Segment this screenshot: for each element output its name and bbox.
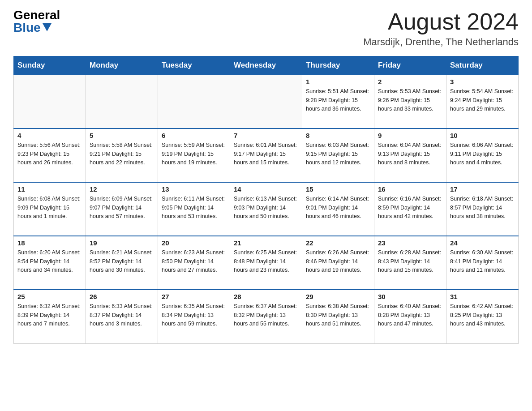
day-info: Sunrise: 6:21 AM Sunset: 8:52 PM Dayligh… bbox=[90, 248, 154, 274]
calendar-cell: 25Sunrise: 6:32 AM Sunset: 8:39 PM Dayli… bbox=[14, 290, 86, 343]
day-info: Sunrise: 6:18 AM Sunset: 8:57 PM Dayligh… bbox=[450, 195, 515, 221]
day-number: 3 bbox=[450, 78, 515, 86]
day-number: 1 bbox=[306, 78, 370, 86]
day-info: Sunrise: 6:25 AM Sunset: 8:48 PM Dayligh… bbox=[234, 248, 298, 274]
day-info: Sunrise: 6:26 AM Sunset: 8:46 PM Dayligh… bbox=[306, 248, 370, 274]
day-number: 26 bbox=[90, 293, 154, 300]
calendar-cell: 22Sunrise: 6:26 AM Sunset: 8:46 PM Dayli… bbox=[302, 236, 374, 290]
calendar-cell: 15Sunrise: 6:14 AM Sunset: 9:01 PM Dayli… bbox=[302, 182, 374, 236]
day-info: Sunrise: 6:03 AM Sunset: 9:15 PM Dayligh… bbox=[306, 141, 370, 167]
calendar-cell: 16Sunrise: 6:16 AM Sunset: 8:59 PM Dayli… bbox=[374, 182, 446, 236]
day-info: Sunrise: 6:06 AM Sunset: 9:11 PM Dayligh… bbox=[450, 141, 515, 167]
calendar-cell: 3Sunrise: 5:54 AM Sunset: 9:24 PM Daylig… bbox=[446, 75, 519, 128]
day-number: 5 bbox=[90, 132, 154, 139]
calendar-cell: 7Sunrise: 6:01 AM Sunset: 9:17 PM Daylig… bbox=[230, 128, 302, 182]
day-number: 22 bbox=[306, 239, 370, 247]
days-header-row: SundayMondayTuesdayWednesdayThursdayFrid… bbox=[14, 56, 519, 75]
day-info: Sunrise: 6:33 AM Sunset: 8:37 PM Dayligh… bbox=[90, 302, 154, 328]
day-number: 29 bbox=[306, 293, 370, 300]
day-info: Sunrise: 6:11 AM Sunset: 9:05 PM Dayligh… bbox=[162, 195, 226, 221]
calendar-table: SundayMondayTuesdayWednesdayThursdayFrid… bbox=[13, 56, 519, 344]
calendar-week-row: 11Sunrise: 6:08 AM Sunset: 9:09 PM Dayli… bbox=[14, 182, 519, 236]
day-number: 17 bbox=[450, 185, 515, 193]
calendar-cell: 26Sunrise: 6:33 AM Sunset: 8:37 PM Dayli… bbox=[86, 290, 158, 343]
calendar-cell: 23Sunrise: 6:28 AM Sunset: 8:43 PM Dayli… bbox=[374, 236, 446, 290]
calendar-cell: 24Sunrise: 6:30 AM Sunset: 8:41 PM Dayli… bbox=[446, 236, 519, 290]
day-number: 24 bbox=[450, 239, 515, 247]
calendar-cell: 1Sunrise: 5:51 AM Sunset: 9:28 PM Daylig… bbox=[302, 75, 374, 128]
calendar-cell: 13Sunrise: 6:11 AM Sunset: 9:05 PM Dayli… bbox=[158, 182, 230, 236]
day-number: 10 bbox=[450, 132, 515, 139]
day-number: 25 bbox=[17, 293, 82, 300]
day-info: Sunrise: 6:08 AM Sunset: 9:09 PM Dayligh… bbox=[17, 195, 82, 221]
day-number: 2 bbox=[378, 78, 442, 86]
day-info: Sunrise: 6:30 AM Sunset: 8:41 PM Dayligh… bbox=[450, 248, 515, 274]
day-of-week-header: Monday bbox=[86, 56, 158, 75]
day-number: 19 bbox=[90, 239, 154, 247]
day-number: 27 bbox=[162, 293, 226, 300]
day-number: 6 bbox=[162, 132, 226, 139]
day-of-week-header: Friday bbox=[374, 56, 446, 75]
calendar-week-row: 18Sunrise: 6:20 AM Sunset: 8:54 PM Dayli… bbox=[14, 236, 519, 290]
day-info: Sunrise: 6:42 AM Sunset: 8:25 PM Dayligh… bbox=[450, 302, 515, 328]
day-number: 28 bbox=[234, 293, 298, 300]
calendar-cell: 20Sunrise: 6:23 AM Sunset: 8:50 PM Dayli… bbox=[158, 236, 230, 290]
calendar-cell: 10Sunrise: 6:06 AM Sunset: 9:11 PM Dayli… bbox=[446, 128, 519, 182]
day-info: Sunrise: 5:58 AM Sunset: 9:21 PM Dayligh… bbox=[90, 141, 154, 167]
day-info: Sunrise: 6:01 AM Sunset: 9:17 PM Dayligh… bbox=[234, 141, 298, 167]
calendar-cell: 19Sunrise: 6:21 AM Sunset: 8:52 PM Dayli… bbox=[86, 236, 158, 290]
day-number: 9 bbox=[378, 132, 442, 139]
calendar-cell: 6Sunrise: 5:59 AM Sunset: 9:19 PM Daylig… bbox=[158, 128, 230, 182]
day-info: Sunrise: 5:56 AM Sunset: 9:23 PM Dayligh… bbox=[17, 141, 82, 167]
calendar-cell: 8Sunrise: 6:03 AM Sunset: 9:15 PM Daylig… bbox=[302, 128, 374, 182]
day-of-week-header: Sunday bbox=[14, 56, 86, 75]
day-number: 13 bbox=[162, 185, 226, 193]
logo-triangle-icon bbox=[43, 23, 51, 31]
day-of-week-header: Tuesday bbox=[158, 56, 230, 75]
calendar-cell: 4Sunrise: 5:56 AM Sunset: 9:23 PM Daylig… bbox=[14, 128, 86, 182]
day-number: 4 bbox=[17, 132, 82, 139]
calendar-cell: 5Sunrise: 5:58 AM Sunset: 9:21 PM Daylig… bbox=[86, 128, 158, 182]
day-info: Sunrise: 5:59 AM Sunset: 9:19 PM Dayligh… bbox=[162, 141, 226, 167]
day-number: 12 bbox=[90, 185, 154, 193]
calendar-cell: 12Sunrise: 6:09 AM Sunset: 9:07 PM Dayli… bbox=[86, 182, 158, 236]
day-number: 15 bbox=[306, 185, 370, 193]
calendar-cell bbox=[14, 75, 86, 128]
calendar-cell: 30Sunrise: 6:40 AM Sunset: 8:28 PM Dayli… bbox=[374, 290, 446, 343]
calendar-week-row: 25Sunrise: 6:32 AM Sunset: 8:39 PM Dayli… bbox=[14, 290, 519, 343]
month-title: August 2024 bbox=[363, 9, 519, 34]
day-info: Sunrise: 5:51 AM Sunset: 9:28 PM Dayligh… bbox=[306, 87, 370, 113]
title-block: August 2024 Marsdijk, Drenthe, The Nethe… bbox=[363, 9, 519, 48]
calendar-cell: 29Sunrise: 6:38 AM Sunset: 8:30 PM Dayli… bbox=[302, 290, 374, 343]
day-info: Sunrise: 6:09 AM Sunset: 9:07 PM Dayligh… bbox=[90, 195, 154, 221]
day-number: 23 bbox=[378, 239, 442, 247]
day-info: Sunrise: 6:28 AM Sunset: 8:43 PM Dayligh… bbox=[378, 248, 442, 274]
day-info: Sunrise: 6:32 AM Sunset: 8:39 PM Dayligh… bbox=[17, 302, 82, 328]
calendar-cell bbox=[86, 75, 158, 128]
calendar-cell: 2Sunrise: 5:53 AM Sunset: 9:26 PM Daylig… bbox=[374, 75, 446, 128]
day-number: 7 bbox=[234, 132, 298, 139]
calendar-cell: 27Sunrise: 6:35 AM Sunset: 8:34 PM Dayli… bbox=[158, 290, 230, 343]
calendar-cell: 18Sunrise: 6:20 AM Sunset: 8:54 PM Dayli… bbox=[14, 236, 86, 290]
day-number: 8 bbox=[306, 132, 370, 139]
day-info: Sunrise: 5:53 AM Sunset: 9:26 PM Dayligh… bbox=[378, 87, 442, 113]
calendar-cell bbox=[230, 75, 302, 128]
logo-general-text: General bbox=[13, 9, 60, 21]
day-number: 14 bbox=[234, 185, 298, 193]
day-info: Sunrise: 6:40 AM Sunset: 8:28 PM Dayligh… bbox=[378, 302, 442, 328]
day-of-week-header: Thursday bbox=[302, 56, 374, 75]
calendar-week-row: 1Sunrise: 5:51 AM Sunset: 9:28 PM Daylig… bbox=[14, 75, 519, 128]
day-info: Sunrise: 6:04 AM Sunset: 9:13 PM Dayligh… bbox=[378, 141, 442, 167]
calendar-week-row: 4Sunrise: 5:56 AM Sunset: 9:23 PM Daylig… bbox=[14, 128, 519, 182]
day-number: 21 bbox=[234, 239, 298, 247]
day-number: 20 bbox=[162, 239, 226, 247]
day-info: Sunrise: 6:14 AM Sunset: 9:01 PM Dayligh… bbox=[306, 195, 370, 221]
logo-blue-text: Blue bbox=[13, 21, 51, 34]
page-header: General Blue August 2024 Marsdijk, Drent… bbox=[13, 9, 519, 48]
day-info: Sunrise: 6:37 AM Sunset: 8:32 PM Dayligh… bbox=[234, 302, 298, 328]
day-info: Sunrise: 6:20 AM Sunset: 8:54 PM Dayligh… bbox=[17, 248, 82, 274]
day-number: 11 bbox=[17, 185, 82, 193]
day-info: Sunrise: 6:16 AM Sunset: 8:59 PM Dayligh… bbox=[378, 195, 442, 221]
calendar-cell: 11Sunrise: 6:08 AM Sunset: 9:09 PM Dayli… bbox=[14, 182, 86, 236]
day-number: 18 bbox=[17, 239, 82, 247]
